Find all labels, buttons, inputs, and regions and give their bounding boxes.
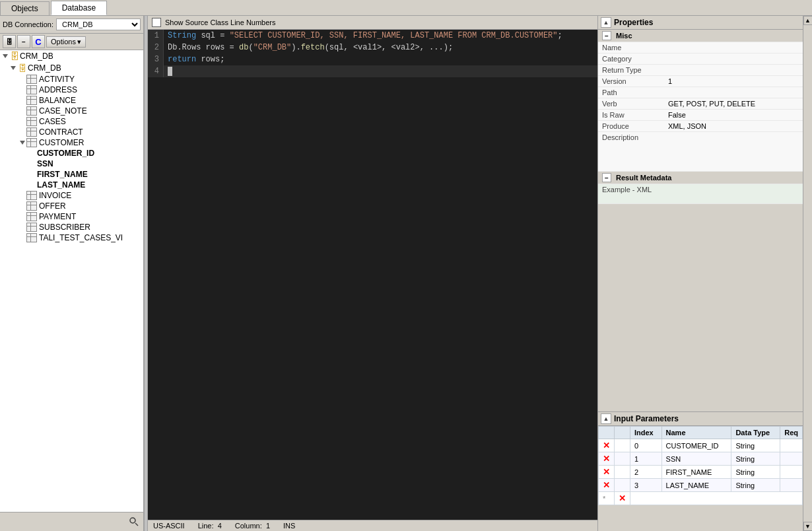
- tree-table-tali[interactable]: TALI_TEST_CASES_VI: [0, 232, 143, 243]
- misc-collapse-btn[interactable]: −: [602, 31, 611, 40]
- result-metadata-group-header: − Result Metadata: [598, 172, 803, 184]
- params-req-3: [780, 479, 803, 492]
- encoding-status: US-ASCII: [153, 522, 185, 530]
- result-metadata-collapse-btn[interactable]: −: [602, 173, 611, 182]
- options-button[interactable]: Options ▾: [46, 36, 86, 48]
- tree-field-customer-id[interactable]: CUSTOMER_ID: [0, 148, 143, 159]
- code-editor[interactable]: 1 String sql = "SELECT CUSTOMER_ID, SSN,…: [148, 30, 597, 520]
- properties-collapse-btn[interactable]: ▲: [601, 17, 611, 28]
- db-remove-button[interactable]: −: [17, 35, 30, 48]
- search-button[interactable]: [127, 515, 141, 528]
- tree-table-offer[interactable]: OFFER: [0, 201, 143, 211]
- prop-path-value: [664, 87, 803, 98]
- params-index-2: 2: [630, 466, 662, 479]
- tree-table-subscriber[interactable]: SUBSCRIBER: [0, 222, 143, 232]
- tab-objects[interactable]: Objects: [0, 1, 50, 15]
- top-tabs: Objects Database: [0, 0, 812, 16]
- editor-row-1: 1 String sql = "SELECT CUSTOMER_ID, SSN,…: [148, 30, 597, 42]
- offer-expand: [18, 202, 26, 210]
- params-datatype-0: String: [731, 439, 780, 452]
- db-connection-select[interactable]: CRM_DB: [56, 18, 141, 30]
- tree-root-item[interactable]: 🗄 CRM_DB: [0, 50, 143, 62]
- prop-verb-value: GET, POST, PUT, DELETE: [664, 98, 803, 110]
- options-label: Options: [51, 38, 76, 46]
- params-col-index: Index: [630, 427, 662, 439]
- tree-label-cases: CASES: [39, 117, 66, 126]
- tree-label-subscriber: SUBSCRIBER: [39, 223, 90, 232]
- prop-israw-value: False: [664, 110, 803, 121]
- params-delete-3[interactable]: ✕: [599, 479, 615, 492]
- result-metadata-group-header-row: − Result Metadata: [598, 172, 803, 184]
- params-row-1: ✕ 1 SSN String: [599, 452, 803, 466]
- result-metadata-collapse-icon: −: [605, 174, 609, 182]
- table-icon-cases: [26, 117, 37, 126]
- delete-icon-0[interactable]: ✕: [603, 441, 610, 450]
- params-empty-3: [615, 479, 630, 492]
- ins-status: INS: [283, 522, 295, 530]
- tali-expand: [18, 234, 26, 242]
- svg-point-0: [130, 518, 135, 523]
- show-source-checkbox[interactable]: [152, 18, 161, 27]
- delete-icon-2[interactable]: ✕: [603, 467, 610, 477]
- params-col-name: Name: [661, 427, 731, 439]
- tree-table-address[interactable]: ADDRESS: [0, 85, 143, 95]
- result-metadata-example-label: Example - XML: [598, 184, 664, 204]
- line-content-1: String sql = "SELECT CUSTOMER_ID, SSN, F…: [164, 30, 597, 42]
- params-col-req: Req: [780, 427, 803, 439]
- tree-db-node[interactable]: 🗄 CRM_DB: [0, 62, 143, 74]
- status-bar: US-ASCII Line: 4 Column: 1 INS: [148, 520, 597, 531]
- tree-field-first-name[interactable]: FIRST_NAME: [0, 169, 143, 180]
- db-add-button[interactable]: 🗄: [3, 35, 16, 48]
- line-number-1: 1: [148, 30, 164, 42]
- show-source-label: Show Source Class Line Numbers: [165, 18, 276, 26]
- misc-group-header: − Misc: [598, 30, 803, 42]
- tree-search-bar: [0, 512, 143, 531]
- tree-table-case-note[interactable]: CASE_NOTE: [0, 106, 143, 116]
- tree-table-cases[interactable]: CASES: [0, 116, 143, 127]
- prop-version-row: Version 1: [598, 76, 803, 87]
- tree-table-balance[interactable]: BALANCE: [0, 95, 143, 106]
- params-delete-1[interactable]: ✕: [599, 452, 615, 466]
- result-metadata-example-row: Example - XML: [598, 184, 803, 204]
- prop-returntype-row: Return Type: [598, 65, 803, 76]
- db-refresh-button[interactable]: C: [32, 35, 45, 48]
- right-panel: ▲ Properties: [597, 16, 812, 531]
- delete-icon-1[interactable]: ✕: [603, 454, 610, 464]
- line-content-3: return rows;: [164, 53, 597, 65]
- tab-database[interactable]: Database: [51, 1, 107, 15]
- tree-label-tali: TALI_TEST_CASES_VI: [39, 233, 123, 242]
- table-icon-balance: [26, 96, 37, 105]
- params-header-row: Index Name Data Type Req: [599, 427, 803, 439]
- new-delete-icon[interactable]: ✕: [619, 493, 626, 503]
- tree-table-activity[interactable]: ACTIVITY: [0, 74, 143, 85]
- line-content-2: Db.Rows rows = db("CRM_DB").fetch(sql, <…: [164, 42, 597, 53]
- invoice-expand: [18, 192, 26, 199]
- params-delete-0[interactable]: ✕: [599, 439, 615, 452]
- field-label-first-name: FIRST_NAME: [37, 170, 88, 179]
- tree-field-ssn[interactable]: SSN: [0, 159, 143, 169]
- content-area: DB Connection: CRM_DB 🗄 − C Options ▾: [0, 16, 812, 531]
- tree-table-payment[interactable]: PAYMENT: [0, 211, 143, 222]
- tree-table-customer[interactable]: CUSTOMER: [0, 137, 143, 148]
- left-panel: DB Connection: CRM_DB 🗄 − C Options ▾: [0, 16, 144, 531]
- editor-row-4: 4: [148, 65, 597, 77]
- tree-field-last-name[interactable]: LAST_NAME: [0, 180, 143, 190]
- address-expand: [18, 86, 26, 94]
- cases-expand: [18, 118, 26, 125]
- delete-icon-3[interactable]: ✕: [603, 480, 610, 490]
- params-name-2: FIRST_NAME: [661, 466, 731, 479]
- minus-icon: −: [22, 38, 26, 46]
- casenote-expand: [18, 107, 26, 115]
- params-delete-2[interactable]: ✕: [599, 466, 615, 479]
- prop-produce-value: XML, JSON: [664, 121, 803, 132]
- tree-table-invoice[interactable]: INVOICE: [0, 190, 143, 201]
- scroll-up-arrow[interactable]: ▲: [803, 16, 813, 25]
- scroll-down-arrow[interactable]: ▼: [803, 522, 813, 531]
- tree-label-contract: CONTRACT: [39, 127, 83, 137]
- db-expand-icon: [9, 64, 17, 72]
- tree-label-balance: BALANCE: [39, 96, 76, 105]
- tree-table-contract[interactable]: CONTRACT: [0, 127, 143, 137]
- input-params-collapse-btn[interactable]: ▲: [601, 413, 611, 424]
- prop-returntype-value: [664, 65, 803, 76]
- params-new-delete[interactable]: ✕: [615, 492, 630, 505]
